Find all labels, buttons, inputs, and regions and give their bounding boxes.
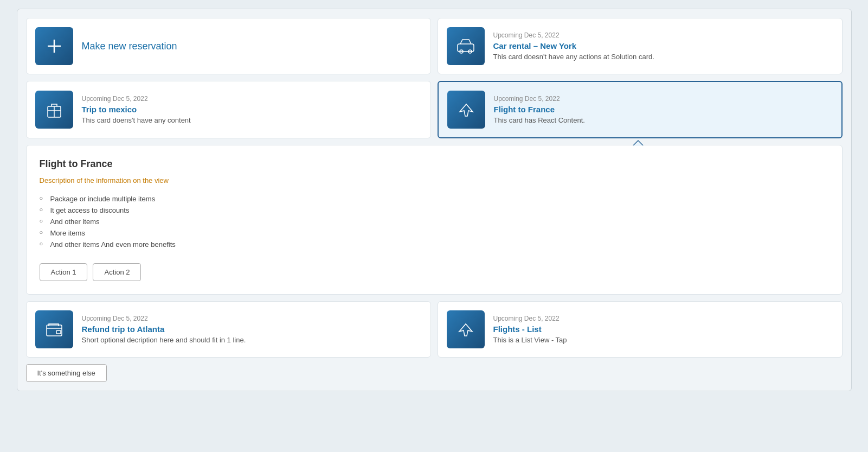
flights-list-desc: This is a List View - Tap [493, 336, 567, 344]
action1-button[interactable]: Action 1 [40, 263, 88, 281]
main-container: Make new reservation Upcoming Dec 5, 202… [17, 9, 852, 391]
new-reservation-content: Make new reservation [82, 41, 177, 52]
svg-rect-9 [56, 330, 61, 334]
trip-mexico-content: Upcoming Dec 5, 2022 Trip to mexico This… [82, 95, 191, 124]
list-item: Package or include multiple items [40, 193, 829, 205]
list-item: And other items [40, 216, 829, 227]
flight-france-icon [447, 91, 485, 129]
trip-mexico-title: Trip to mexico [82, 105, 191, 114]
action2-button[interactable]: Action 2 [93, 263, 141, 281]
flight-france-desc: This card has React Content. [494, 116, 585, 124]
refund-atlanta-content: Upcoming Dec 5, 2022 Refund trip to Atla… [82, 315, 246, 344]
flights-list-content: Upcoming Dec 5, 2022 Flights - List This… [493, 315, 567, 344]
cards-row-1: Make new reservation Upcoming Dec 5, 202… [26, 18, 843, 74]
trip-mexico-icon [35, 91, 73, 129]
panel-title: Flight to France [40, 158, 829, 170]
list-item: More items [40, 227, 829, 239]
car-rental-icon [447, 27, 485, 65]
flight-france-upcoming: Upcoming Dec 5, 2022 [494, 95, 585, 103]
car-rental-ny-desc: This card doesn't have any actions at So… [493, 53, 654, 61]
list-item: It get access to discounts [40, 205, 829, 216]
refund-atlanta-upcoming: Upcoming Dec 5, 2022 [82, 315, 246, 322]
flight-france-content: Upcoming Dec 5, 2022 Flight to France Th… [494, 95, 585, 124]
car-icon [455, 35, 477, 57]
card-flights-list[interactable]: Upcoming Dec 5, 2022 Flights - List This… [438, 301, 843, 358]
car-rental-ny-content: Upcoming Dec 5, 2022 Car rental – New Yo… [493, 31, 654, 61]
plane-icon [455, 99, 477, 120]
card-car-rental-ny[interactable]: Upcoming Dec 5, 2022 Car rental – New Yo… [438, 18, 843, 74]
expanded-panel: Flight to France Description of the info… [26, 145, 843, 295]
card-trip-mexico[interactable]: Upcoming Dec 5, 2022 Trip to mexico This… [26, 81, 431, 138]
something-else-button[interactable]: It's something else [26, 364, 107, 382]
card-flight-france[interactable]: Upcoming Dec 5, 2022 Flight to France Th… [438, 81, 843, 138]
panel-description: Description of the information on the vi… [40, 176, 829, 184]
new-reservation-title: Make new reservation [82, 41, 177, 52]
cards-row-3: Upcoming Dec 5, 2022 Refund trip to Atla… [26, 301, 843, 358]
flights-list-icon [447, 310, 485, 348]
refund-atlanta-desc: Short optional decription here and shoul… [82, 336, 246, 344]
wallet-icon [43, 319, 65, 340]
car-rental-ny-title: Car rental – New York [493, 41, 654, 50]
plane2-icon [455, 319, 477, 340]
plus-icon [43, 35, 65, 57]
card-refund-atlanta[interactable]: Upcoming Dec 5, 2022 Refund trip to Atla… [26, 301, 431, 358]
flights-list-title: Flights - List [493, 324, 567, 334]
new-reservation-icon [35, 27, 73, 65]
trip-mexico-upcoming: Upcoming Dec 5, 2022 [82, 95, 191, 103]
trip-mexico-desc: This card doens't have any content [82, 116, 191, 124]
cards-row-2: Upcoming Dec 5, 2022 Trip to mexico This… [26, 81, 843, 138]
flights-list-upcoming: Upcoming Dec 5, 2022 [493, 315, 567, 322]
bottom-btn-area: It's something else [26, 364, 843, 382]
car-rental-ny-upcoming: Upcoming Dec 5, 2022 [493, 31, 654, 39]
luggage-icon [43, 99, 65, 120]
list-item: And other items And even more benefits [40, 239, 829, 250]
flight-france-title: Flight to France [494, 105, 585, 114]
card-new-reservation[interactable]: Make new reservation [26, 18, 431, 74]
panel-actions: Action 1 Action 2 [40, 263, 829, 281]
panel-list: Package or include multiple items It get… [40, 193, 829, 250]
refund-atlanta-icon [35, 310, 73, 348]
refund-atlanta-title: Refund trip to Atlanta [82, 324, 246, 334]
